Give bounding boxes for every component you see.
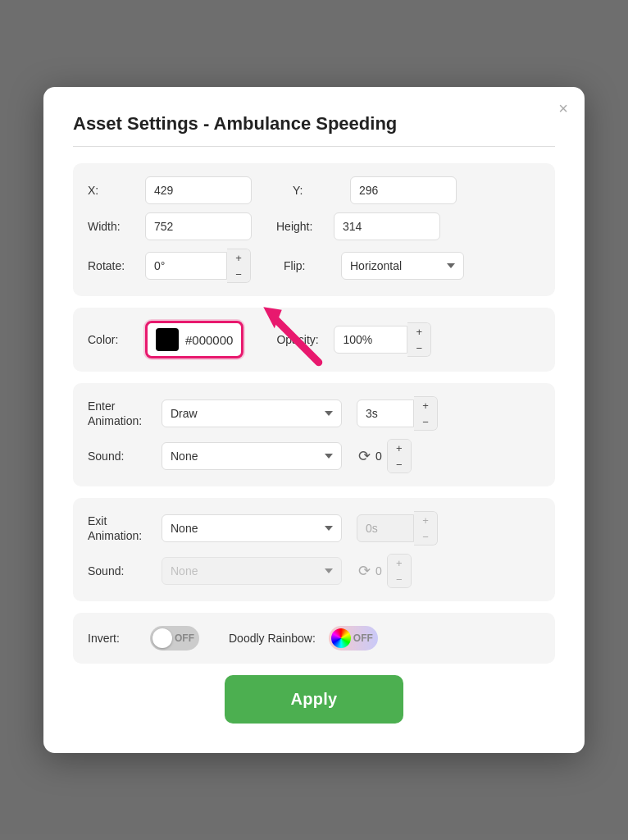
close-button[interactable]: × <box>558 100 568 116</box>
y-label: Y: <box>293 184 342 197</box>
modal-dialog: × Asset Settings - Ambulance Speeding X:… <box>43 87 585 753</box>
enter-sound-label: Sound: <box>88 450 153 463</box>
flip-select[interactable]: None Horizontal Vertical Both <box>341 252 464 280</box>
enter-loop-increment[interactable]: + <box>388 440 411 456</box>
height-input[interactable] <box>334 212 440 240</box>
exit-duration-input[interactable] <box>357 514 414 542</box>
enter-animation-section: Enter Animation: None Draw Fade In Fly I… <box>73 383 555 486</box>
rotate-spinner: + − <box>145 249 251 283</box>
enter-duration-spinner: + − <box>357 396 438 431</box>
enter-animation-select[interactable]: None Draw Fade In Fly In Pop <box>162 399 342 427</box>
modal-title: Asset Settings - Ambulance Speeding <box>73 113 555 147</box>
exit-sound-label: Sound: <box>88 564 153 578</box>
enter-loop-btns: + − <box>387 439 412 473</box>
opacity-label: Opacity: <box>276 333 325 346</box>
color-hex-value: #000000 <box>185 333 233 347</box>
flip-label: Flip: <box>284 259 333 272</box>
rotate-increment-button[interactable]: + <box>227 249 250 266</box>
color-label: Color: <box>88 333 137 346</box>
width-label: Width: <box>88 220 137 233</box>
height-cell: Height: <box>276 212 440 240</box>
enter-sound-select[interactable]: None <box>162 442 342 470</box>
opacity-spinner: + − <box>334 322 431 357</box>
enter-loop-icon: ⟳ <box>358 447 371 465</box>
rainbow-toggle-thumb <box>331 628 351 648</box>
enter-anim-row: Enter Animation: None Draw Fade In Fly I… <box>88 396 540 431</box>
exit-loop-increment[interactable]: + <box>388 555 411 571</box>
rotate-input[interactable] <box>145 252 227 280</box>
exit-loop-group: ⟳ 0 + − <box>358 554 412 588</box>
invert-toggle[interactable]: OFF <box>150 626 199 651</box>
opacity-spinner-btns: + − <box>407 322 431 357</box>
color-opacity-row: Color: #000000 Opacity: + − <box>88 321 540 358</box>
apply-button[interactable]: Apply <box>225 675 403 724</box>
invert-toggle-thumb <box>152 628 172 648</box>
y-input[interactable] <box>350 176 457 204</box>
exit-animation-select[interactable]: None Fade Out Fly Out <box>162 514 342 542</box>
rotate-decrement-button[interactable]: − <box>227 266 250 282</box>
enter-duration-btns: + − <box>414 396 438 431</box>
enter-duration-decrement[interactable]: − <box>414 413 437 430</box>
invert-label: Invert: <box>88 632 137 645</box>
exit-duration-spinner: + − <box>357 511 438 546</box>
position-size-section: X: Y: Width: Height: Rotate: <box>73 163 555 296</box>
width-cell: Width: <box>88 212 252 240</box>
xy-row: X: Y: <box>88 176 540 204</box>
opacity-increment-button[interactable]: + <box>407 323 430 340</box>
enter-sound-row: Sound: None ⟳ 0 + − <box>88 439 540 473</box>
color-opacity-section: Color: #000000 Opacity: + − <box>73 308 555 372</box>
color-cell: Color: #000000 <box>88 321 243 358</box>
exit-anim-label: Exit Animation: <box>88 514 153 543</box>
exit-duration-decrement[interactable]: − <box>414 528 437 545</box>
exit-loop-icon: ⟳ <box>358 562 371 580</box>
enter-duration-input[interactable] <box>357 399 414 427</box>
x-label: X: <box>88 184 137 197</box>
invert-section: Invert: OFF Doodly Rainbow: OFF <box>73 613 555 664</box>
height-label: Height: <box>276 220 325 233</box>
enter-loop-group: ⟳ 0 + − <box>358 439 412 473</box>
opacity-input[interactable] <box>334 326 407 354</box>
exit-sound-row: Sound: None ⟳ 0 + − <box>88 554 540 588</box>
rotate-spinner-btns: + − <box>227 249 251 283</box>
rainbow-toggle-label: OFF <box>353 632 373 644</box>
exit-duration-increment[interactable]: + <box>414 512 437 528</box>
rotate-flip-row: Rotate: + − Flip: None Horizontal Vertic… <box>88 249 540 283</box>
color-swatch <box>156 328 179 351</box>
wh-row: Width: Height: <box>88 212 540 240</box>
enter-loop-count: 0 <box>375 450 382 463</box>
opacity-decrement-button[interactable]: − <box>407 340 430 356</box>
opacity-cell: Opacity: + − <box>276 322 431 357</box>
toggle-row: Invert: OFF Doodly Rainbow: OFF <box>88 626 540 651</box>
exit-sound-select[interactable]: None <box>162 557 342 585</box>
rainbow-toggle[interactable]: OFF <box>329 626 378 651</box>
rotate-label: Rotate: <box>88 259 137 272</box>
exit-loop-btns: + − <box>387 554 412 588</box>
y-cell: Y: <box>293 176 457 204</box>
enter-anim-label: Enter Animation: <box>88 399 153 428</box>
enter-duration-increment[interactable]: + <box>414 397 437 413</box>
flip-cell: Flip: None Horizontal Vertical Both <box>284 252 464 280</box>
enter-loop-decrement[interactable]: − <box>388 456 411 472</box>
doodly-rainbow-label: Doodly Rainbow: <box>229 632 316 645</box>
x-input[interactable] <box>145 176 252 204</box>
invert-toggle-label: OFF <box>175 632 194 644</box>
exit-loop-decrement[interactable]: − <box>388 571 411 587</box>
exit-animation-section: Exit Animation: None Fade Out Fly Out + … <box>73 498 555 601</box>
rotate-cell: Rotate: + − <box>88 249 251 283</box>
exit-duration-btns: + − <box>414 511 438 546</box>
exit-loop-count: 0 <box>375 564 382 578</box>
width-input[interactable] <box>145 212 252 240</box>
exit-anim-row: Exit Animation: None Fade Out Fly Out + … <box>88 511 540 546</box>
color-picker-button[interactable]: #000000 <box>145 321 243 358</box>
x-cell: X: <box>88 176 252 204</box>
